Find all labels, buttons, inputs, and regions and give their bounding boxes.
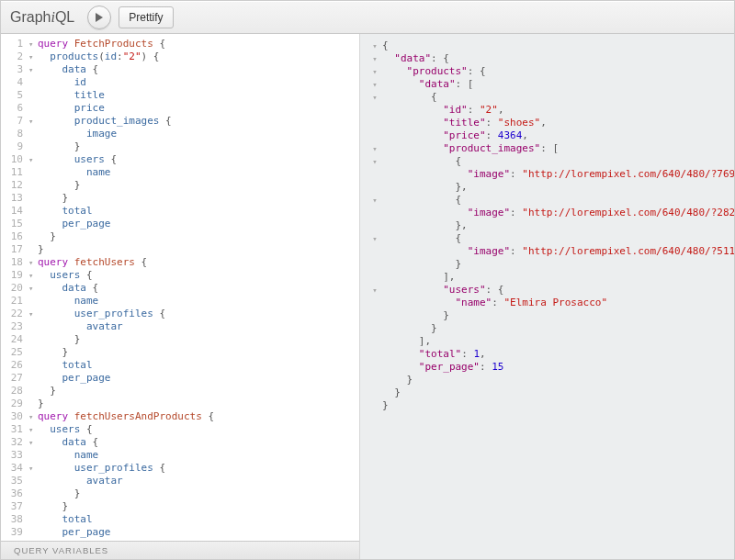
query-variables-bar[interactable]: QUERY VARIABLES bbox=[1, 541, 359, 559]
prettify-button[interactable]: Prettify bbox=[119, 6, 173, 28]
line-number: 36 bbox=[1, 487, 28, 500]
editor-line[interactable]: 13 } bbox=[1, 192, 359, 205]
editor-line[interactable]: 9 } bbox=[1, 140, 359, 153]
result-line: } bbox=[382, 322, 734, 335]
line-content: query fetchUsers { bbox=[38, 256, 359, 269]
fold-arrow-icon[interactable]: ▾ bbox=[28, 282, 38, 295]
line-content: } bbox=[382, 399, 734, 412]
editor-line[interactable]: 20▾ data { bbox=[1, 282, 359, 295]
editor-line[interactable]: 7▾ product_images { bbox=[1, 115, 359, 128]
editor-line[interactable]: 37 } bbox=[1, 500, 359, 513]
line-number: 23 bbox=[1, 320, 28, 333]
editor-line[interactable]: 21 name bbox=[1, 295, 359, 308]
fold-arrow-icon[interactable]: ▾ bbox=[28, 115, 38, 128]
editor-line[interactable]: 2▾ products(id:"2") { bbox=[1, 50, 359, 63]
fold-arrow-icon[interactable]: ▾ bbox=[369, 232, 380, 245]
editor-line[interactable]: 16 } bbox=[1, 230, 359, 243]
fold-arrow-icon[interactable]: ▾ bbox=[28, 308, 38, 320]
editor-line[interactable]: 1▾query FetchProducts { bbox=[1, 38, 359, 50]
fold-arrow-icon[interactable]: ▾ bbox=[28, 436, 38, 449]
editor-line[interactable]: 18▾query fetchUsers { bbox=[1, 256, 359, 269]
editor-line[interactable]: 5 title bbox=[1, 89, 359, 102]
editor-line[interactable]: 27 per_page bbox=[1, 372, 359, 385]
line-number: 30 bbox=[1, 410, 28, 423]
line-content: image bbox=[38, 128, 359, 140]
editor-line[interactable]: 38 total bbox=[1, 513, 359, 526]
editor-line[interactable]: 3▾ data { bbox=[1, 63, 359, 76]
query-editor[interactable]: 1▾query FetchProducts {2▾ products(id:"2… bbox=[1, 34, 359, 541]
fold-arrow-icon[interactable]: ▾ bbox=[28, 50, 38, 63]
editor-line[interactable]: 30▾query fetchUsersAndProducts { bbox=[1, 410, 359, 423]
line-number: 18 bbox=[1, 256, 28, 269]
editor-line[interactable]: 19▾ users { bbox=[1, 269, 359, 282]
editor-line[interactable]: 6 price bbox=[1, 102, 359, 115]
editor-line[interactable]: 17} bbox=[1, 243, 359, 256]
line-content: ], bbox=[382, 271, 734, 284]
line-number: 10 bbox=[1, 153, 28, 166]
editor-line[interactable]: 10▾ users { bbox=[1, 153, 359, 166]
fold-arrow-icon[interactable]: ▾ bbox=[28, 38, 38, 50]
fold-arrow-icon[interactable]: ▾ bbox=[369, 65, 380, 78]
fold-arrow-icon[interactable]: ▾ bbox=[369, 91, 380, 104]
editor-line[interactable]: 26 total bbox=[1, 359, 359, 372]
editor-line[interactable]: 12 } bbox=[1, 179, 359, 192]
editor-line[interactable]: 34▾ user_profiles { bbox=[1, 462, 359, 475]
editor-line[interactable]: 24 } bbox=[1, 333, 359, 346]
editor-line[interactable]: 35 avatar bbox=[1, 475, 359, 487]
editor-line[interactable]: 40 bbox=[1, 539, 359, 541]
editor-line[interactable]: 11 name bbox=[1, 166, 359, 179]
line-number: 9 bbox=[1, 140, 28, 153]
result-line: } bbox=[382, 399, 734, 412]
fold-arrow-icon[interactable]: ▾ bbox=[369, 142, 380, 155]
line-content: } bbox=[38, 385, 359, 398]
result-line: "image": "http://lorempixel.com/640/480/… bbox=[382, 207, 734, 219]
line-content: } bbox=[38, 500, 359, 513]
fold-arrow-icon[interactable]: ▾ bbox=[28, 423, 38, 436]
line-number: 37 bbox=[1, 500, 28, 513]
line-content: } bbox=[382, 386, 734, 399]
fold-arrow-icon[interactable]: ▾ bbox=[369, 78, 380, 91]
line-content: } bbox=[38, 140, 359, 153]
fold-arrow-icon[interactable]: ▾ bbox=[369, 155, 380, 168]
execute-button[interactable] bbox=[87, 6, 111, 29]
editor-line[interactable]: 33 name bbox=[1, 449, 359, 462]
editor-line[interactable]: 23 avatar bbox=[1, 320, 359, 333]
line-content: { bbox=[382, 155, 734, 168]
editor-line[interactable]: 8 image bbox=[1, 128, 359, 140]
editor-line[interactable]: 15 per_page bbox=[1, 218, 359, 230]
fold-arrow-icon[interactable]: ▾ bbox=[28, 153, 38, 166]
line-number: 33 bbox=[1, 449, 28, 462]
editor-line[interactable]: 4 id bbox=[1, 76, 359, 89]
fold-arrow-icon[interactable]: ▾ bbox=[369, 52, 380, 65]
line-number: 14 bbox=[1, 205, 28, 218]
fold-arrow-icon[interactable]: ▾ bbox=[28, 410, 38, 423]
line-content: }, bbox=[382, 181, 734, 194]
fold-arrow-icon[interactable]: ▾ bbox=[28, 256, 38, 269]
editor-line[interactable]: 28 } bbox=[1, 385, 359, 398]
fold-arrow-icon[interactable]: ▾ bbox=[369, 284, 380, 297]
fold-arrow-icon[interactable]: ▾ bbox=[28, 269, 38, 282]
fold-arrow-icon[interactable]: ▾ bbox=[28, 462, 38, 475]
result-line: ▾ "data": { bbox=[382, 52, 734, 65]
result-line: ▾ "product_images": [ bbox=[382, 142, 734, 155]
fold-arrow-icon[interactable]: ▾ bbox=[28, 63, 38, 76]
line-number: 2 bbox=[1, 50, 28, 63]
editor-line[interactable]: 22▾ user_profiles { bbox=[1, 308, 359, 320]
line-content: price bbox=[38, 102, 359, 115]
line-content: avatar bbox=[38, 320, 359, 333]
line-number: 27 bbox=[1, 372, 28, 385]
editor-line[interactable]: 32▾ data { bbox=[1, 436, 359, 449]
editor-line[interactable]: 25 } bbox=[1, 346, 359, 359]
editor-line[interactable]: 29} bbox=[1, 398, 359, 410]
editor-line[interactable]: 39 per_page bbox=[1, 526, 359, 539]
editor-line[interactable]: 36 } bbox=[1, 487, 359, 500]
editor-line[interactable]: 31▾ users { bbox=[1, 423, 359, 436]
line-number: 12 bbox=[1, 179, 28, 192]
result-line: "name": "Elmira Prosacco" bbox=[382, 297, 734, 309]
fold-arrow-icon[interactable]: ▾ bbox=[369, 39, 380, 52]
line-number: 39 bbox=[1, 526, 28, 539]
result-line: "per_page": 15 bbox=[382, 361, 734, 374]
fold-arrow-icon[interactable]: ▾ bbox=[369, 194, 380, 207]
editor-line[interactable]: 14 total bbox=[1, 205, 359, 218]
result-pane[interactable]: ▾{▾ "data": {▾ "products": {▾ "data": [▾… bbox=[360, 34, 734, 559]
